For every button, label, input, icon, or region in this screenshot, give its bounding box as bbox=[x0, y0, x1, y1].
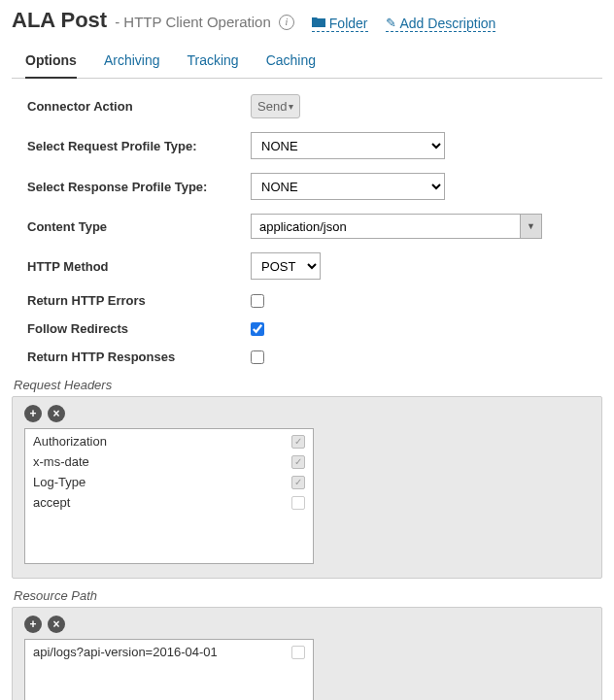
request-profile-label: Select Request Profile Type: bbox=[27, 139, 251, 153]
add-description-link[interactable]: ✎ Add Description bbox=[386, 16, 496, 32]
tab-options[interactable]: Options bbox=[25, 45, 77, 78]
follow-redirects-checkbox[interactable] bbox=[251, 322, 264, 336]
folder-link[interactable]: Folder bbox=[312, 16, 368, 32]
connector-action-value: Send bbox=[257, 99, 287, 114]
info-icon[interactable]: i bbox=[279, 15, 294, 30]
list-item[interactable]: Authorization ✓ bbox=[27, 431, 311, 451]
response-profile-label: Select Response Profile Type: bbox=[27, 180, 251, 194]
tab-caching[interactable]: Caching bbox=[266, 45, 316, 78]
checkbox-disabled-icon: ✓ bbox=[291, 476, 305, 489]
header-name: x-ms-date bbox=[33, 454, 89, 469]
request-profile-select[interactable]: NONE bbox=[251, 132, 445, 159]
content-type-dropdown-button[interactable]: ▼ bbox=[521, 214, 542, 239]
request-headers-title: Request Headers bbox=[14, 378, 602, 392]
header-name: Log-Type bbox=[33, 475, 85, 489]
list-item[interactable]: accept ✓ bbox=[27, 492, 311, 513]
http-method-select[interactable]: POST bbox=[251, 252, 321, 280]
connector-action-label: Connector Action bbox=[27, 99, 251, 114]
pencil-icon: ✎ bbox=[386, 16, 396, 30]
return-errors-checkbox[interactable] bbox=[251, 294, 264, 308]
content-type-label: Content Type bbox=[27, 219, 251, 234]
list-item[interactable]: x-ms-date ✓ bbox=[27, 451, 311, 472]
folder-icon bbox=[312, 16, 325, 30]
resource-path-list: api/logs?api-version=2016-04-01 ✓ bbox=[24, 639, 314, 700]
http-method-label: HTTP Method bbox=[27, 259, 251, 274]
folder-label: Folder bbox=[329, 16, 368, 31]
path-value: api/logs?api-version=2016-04-01 bbox=[33, 645, 218, 659]
checkbox-disabled-icon: ✓ bbox=[291, 435, 305, 449]
checkbox-disabled-icon: ✓ bbox=[291, 496, 305, 510]
remove-header-button[interactable]: × bbox=[48, 405, 65, 422]
response-profile-select[interactable]: NONE bbox=[251, 173, 445, 200]
tab-archiving[interactable]: Archiving bbox=[104, 45, 160, 78]
list-item[interactable]: Log-Type ✓ bbox=[27, 472, 311, 492]
add-description-label: Add Description bbox=[400, 16, 496, 31]
content-type-input[interactable] bbox=[251, 214, 521, 239]
tabs: Options Archiving Tracking Caching bbox=[12, 45, 602, 79]
follow-redirects-label: Follow Redirects bbox=[27, 321, 251, 336]
return-responses-label: Return HTTP Responses bbox=[27, 350, 251, 364]
request-headers-panel: + × Authorization ✓ x-ms-date ✓ Log-Type… bbox=[12, 396, 602, 579]
list-item[interactable]: api/logs?api-version=2016-04-01 ✓ bbox=[27, 642, 311, 662]
header-name: Authorization bbox=[33, 434, 107, 449]
request-headers-list: Authorization ✓ x-ms-date ✓ Log-Type ✓ a… bbox=[24, 428, 314, 564]
page-header: ALA Post - HTTP Client Operation i Folde… bbox=[12, 8, 602, 33]
return-responses-checkbox[interactable] bbox=[251, 350, 264, 364]
page-title: ALA Post bbox=[12, 8, 107, 33]
tab-tracking[interactable]: Tracking bbox=[187, 45, 238, 78]
page-subtitle: - HTTP Client Operation bbox=[115, 14, 271, 30]
checkbox-disabled-icon: ✓ bbox=[291, 455, 305, 469]
resource-path-panel: + × api/logs?api-version=2016-04-01 ✓ bbox=[12, 607, 602, 700]
chevron-down-icon: ▾ bbox=[289, 101, 293, 112]
return-errors-label: Return HTTP Errors bbox=[27, 293, 251, 308]
content-type-combo: ▼ bbox=[251, 214, 542, 239]
remove-path-button[interactable]: × bbox=[48, 616, 65, 633]
checkbox-disabled-icon: ✓ bbox=[291, 646, 305, 659]
options-form: Connector Action Send ▾ Select Request P… bbox=[12, 94, 602, 364]
header-name: accept bbox=[33, 495, 70, 510]
add-header-button[interactable]: + bbox=[24, 405, 42, 422]
connector-action-select[interactable]: Send ▾ bbox=[251, 94, 300, 118]
resource-path-title: Resource Path bbox=[14, 588, 602, 603]
add-path-button[interactable]: + bbox=[24, 616, 42, 633]
